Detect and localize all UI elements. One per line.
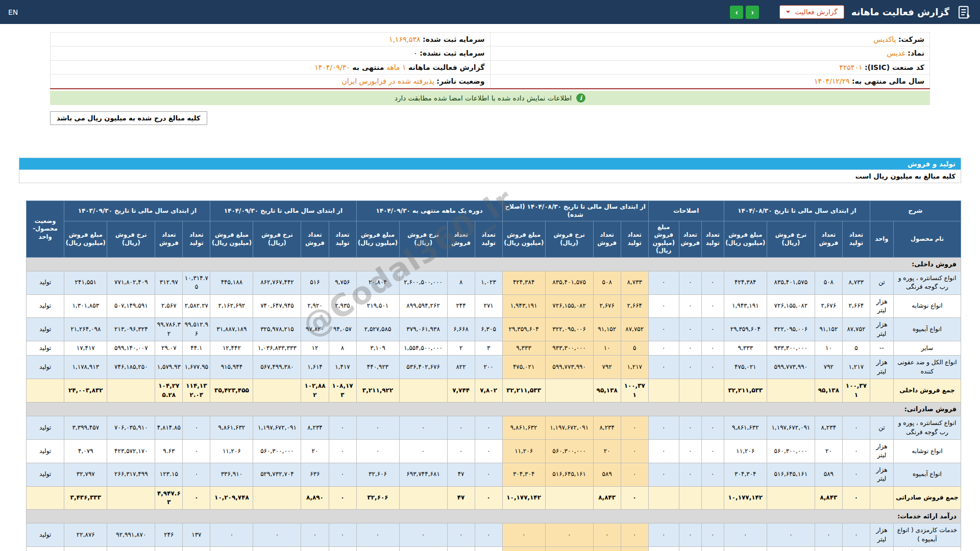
value-cell: ۹۴,۰۵۷ — [329, 318, 356, 341]
value-cell: ۷,۷۴۴ — [447, 379, 475, 403]
value-cell: ۱,۶۷۷.۹۵ — [183, 356, 210, 379]
value-cell: ۲۷۱ — [475, 294, 502, 318]
value-cell: ۰ — [701, 439, 724, 463]
value-cell: ۲,۶۶۴ — [621, 294, 648, 318]
product-name-cell: انواع آبمیوه — [893, 463, 961, 486]
value-cell: ۳۲,۶۰۶ — [356, 463, 399, 486]
value-cell: ۰ — [155, 547, 183, 551]
language-toggle[interactable]: EN — [8, 8, 18, 16]
value-cell: ۰ — [447, 439, 475, 463]
value-cell: ۴۲۴,۳۸۴ — [724, 271, 767, 294]
column-header: نرخ فروش (ریال) — [253, 221, 301, 257]
total-label-cell: جمع فروش داخلی — [893, 379, 961, 403]
value-cell — [399, 379, 447, 403]
value-cell: ۰ — [329, 416, 356, 440]
value-cell: ۰ — [593, 523, 621, 547]
value-cell: ۲۰۰ — [475, 356, 502, 379]
value-cell: ۰ — [621, 523, 648, 547]
next-report-button[interactable]: › — [730, 6, 743, 19]
value-cell: ۰ — [210, 547, 253, 551]
status-cell: تولید — [27, 294, 64, 318]
column-header: نرخ فروش (ریال) — [767, 221, 815, 257]
column-header: مبلغ فروش (میلیون ریال) — [502, 221, 545, 257]
value-cell: ۳۵,۴۲۳,۴۵۵ — [210, 379, 253, 403]
status-cell: تولید — [27, 416, 64, 440]
value-cell: ۰ — [724, 547, 767, 551]
product-name-cell: انواع نوشابه — [893, 439, 961, 463]
value-cell: ۰ — [701, 547, 724, 551]
column-header: تعداد فروش — [447, 221, 475, 257]
value-cell: ۸,۸۹۰ — [301, 486, 329, 510]
chevron-left-icon: ‹ — [751, 8, 754, 16]
product-name-cell: انواع کنسانتره ، پوره و رب گوجه فرنگی — [893, 416, 961, 440]
value-cell: ۰ — [842, 523, 870, 547]
amounts-note-text: کلیه مبالغ درج شده به میلیون ریال می باش… — [57, 114, 201, 122]
value-cell: ۸,۸۴۳ — [593, 486, 621, 510]
info-cell: سرمایه ثبت شده: ۱,۱۶۹,۵۳۸ — [51, 33, 491, 46]
value-cell: ۲ — [447, 341, 475, 356]
column-group-header: دوره یک ماهه منتهی به ۱۴۰۴/۰۹/۳۰ — [356, 201, 502, 221]
value-cell: ۰ — [502, 523, 545, 547]
value-cell: ۰ — [701, 463, 724, 486]
info-cell: نماد: غدیس — [490, 46, 930, 60]
value-cell: ۵۱۶ — [301, 271, 329, 294]
value-cell: ۱,۱۹۷,۶۷۲,۰۹۱ — [767, 416, 815, 440]
value-cell: ۰ — [183, 486, 210, 510]
value-cell: ۰ — [648, 416, 679, 440]
info-value[interactable]: پذیرفته شده در فرابورس ایران — [341, 77, 434, 85]
value-cell: ۳۲,۲۱۱,۵۳۳ — [724, 379, 767, 403]
value-cell: ۰ — [842, 416, 870, 440]
value-cell: ۹,۳۳۳ — [724, 341, 767, 356]
value-cell: ۸ — [329, 341, 356, 356]
value-cell: ۹,۳۳۳ — [502, 341, 545, 356]
value-cell: ۲۴۶ — [155, 523, 183, 547]
value-cell: ۶۳۶ — [301, 463, 329, 486]
info-value[interactable]: غدیس — [887, 49, 905, 57]
info-value[interactable]: پاکدیس — [874, 35, 896, 43]
unit-cell: هزار لیتر — [870, 439, 893, 463]
value-cell: ۹,۸۶۱,۶۳۲ — [210, 416, 253, 440]
value-cell: ۰ — [701, 271, 724, 294]
value-cell: ۵۸۹ — [593, 463, 621, 486]
chevron-right-icon: › — [736, 8, 738, 16]
value-cell: ۰ — [183, 439, 210, 463]
report-type-dropdown[interactable]: گزارش فعالیت — [779, 5, 844, 18]
value-cell: ۰ — [447, 523, 475, 547]
info-cell: شرکت: پاکدیس — [490, 33, 930, 46]
value-cell: ۹۳۳,۳۰۰,۰۰۰ — [767, 341, 815, 356]
value-cell: ۹.۶۳ — [155, 439, 183, 463]
value-cell: ۰ — [475, 416, 502, 440]
value-cell: ۸۳۵,۴۰۱,۵۷۵ — [767, 271, 815, 294]
value-cell: ۸۷,۷۵۲ — [621, 318, 648, 341]
status-cell: تولید — [27, 547, 64, 551]
section-header: تولید و فروش — [19, 158, 961, 170]
value-cell: ۵۹۹,۱۴۰,۰۰۷ — [107, 341, 155, 356]
prev-report-button[interactable]: ‹ — [746, 6, 759, 19]
value-cell: ۱,۴۱۷ — [329, 356, 356, 379]
status-cell — [27, 379, 64, 403]
value-cell — [107, 486, 155, 510]
info-value[interactable]: ۱ ماهه — [386, 63, 406, 71]
value-cell: ۲۰ — [301, 439, 329, 463]
value-cell: ۰ — [210, 523, 253, 547]
value-cell: ۲۰ — [593, 439, 621, 463]
value-cell: ۰ — [475, 547, 502, 551]
column-header: مبلغ فروش (میلیون ریال) — [210, 221, 253, 257]
info-value[interactable]: ۱,۱۶۹,۵۳۸ — [389, 35, 421, 43]
info-value[interactable]: ۱۴۰۴/۱۲/۲۹ — [814, 77, 850, 85]
value-cell: ۰ — [107, 547, 155, 551]
info-value[interactable]: ۱۴۰۴/۰۹/۳۰ — [314, 63, 350, 71]
value-cell: ۳۲۵,۹۷۸,۲۱۵ — [253, 318, 301, 341]
table-row: خدمات کارمزدي ( انواع کنسانتره ، پوره و … — [27, 547, 961, 551]
value-cell: ۳۲,۷۹۷ — [64, 463, 107, 486]
value-cell: ۱۰,۱۷۷,۱۴۲ — [502, 486, 545, 510]
column-header: نام محصول — [893, 221, 961, 257]
value-cell: ۵۰۷,۱۴۹,۵۹۱ — [107, 294, 155, 318]
info-value[interactable]: ۴۲۵۴۰۱ — [839, 63, 862, 71]
table-row: انواع آبمیوههزار لیتر۸۷,۷۵۲۹۱,۱۵۲۳۲۲,۰۹۵… — [27, 318, 961, 341]
status-cell: تولید — [27, 356, 64, 379]
signature-banner-text: اطلاعات نمایش داده شده با اطلاعات امضا ش… — [395, 94, 572, 102]
value-cell: ۴۷۵,۰۲۱ — [724, 356, 767, 379]
value-cell: ۰ — [301, 547, 329, 551]
production-table-wrap: شرحاز ابتدای سال مالی تا تاریخ ۱۴۰۴/۰۸/۳… — [19, 201, 961, 551]
